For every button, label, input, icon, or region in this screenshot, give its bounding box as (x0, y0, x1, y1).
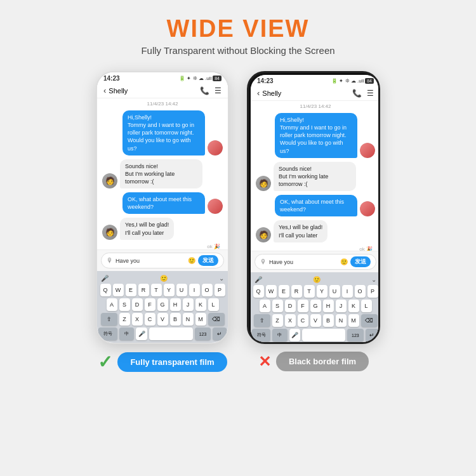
check-mark: ✓ (98, 352, 112, 373)
bubble-r3: OK, what about meet this weekend? (275, 195, 357, 216)
messages-left: Hi,Shelly!Tommy and I want to go in roll… (97, 108, 228, 249)
bubble-2: Sounds nice!But I'm working late tomorro… (120, 159, 202, 188)
kb-row2-left: ASDFGHJKL (98, 298, 227, 311)
label-pill-left: Fully transparent film (117, 352, 227, 372)
kb-row1-right: QWERTYUIOP (252, 285, 379, 298)
date-label-left: 11/4/23 14:42 (97, 98, 228, 108)
phone-left-label-row: ✓ Fully transparent film (98, 352, 227, 373)
message-r1: Hi,Shelly!Tommy and I want to go in roll… (256, 113, 375, 158)
avatar-sent-2 (208, 199, 223, 214)
phone-left: 14:23 🔋 ✦ ❊ ☁ .ull 84 ‹ Shelly 📞 ☰ 11/4/… (96, 71, 229, 344)
phone-left-wrapper: 14:23 🔋 ✦ ❊ ☁ .ull 84 ‹ Shelly 📞 ☰ 11/4/… (96, 71, 229, 373)
ok-label-left: ok 🎉 (102, 244, 223, 249)
kb-row1-left: QWERTYUIOP (98, 284, 227, 296)
contact-name-left: Shelly (109, 87, 128, 95)
menu-icon-right: ☰ (367, 89, 374, 98)
input-text-left: Have you (116, 258, 185, 264)
bubble-3: OK, what about meet this weekend? (122, 192, 205, 214)
messages-right: Hi,Shelly!Tommy and I want to go in roll… (251, 110, 380, 251)
phone-icon-left: 📞 (200, 86, 209, 95)
avatar-recv-2: 🧑 (102, 225, 117, 240)
chat-header-left: ‹ Shelly 📞 ☰ (97, 83, 228, 98)
keyboard-left: 🎤 🙂 ⌄ QWERTYUIOP ASDFGHJKL ⇧ ZXCVBNM ⌫ (97, 271, 228, 343)
avatar-recv-r2: 🧑 (256, 227, 271, 242)
chat-header-right: ‹ Shelly 📞 ☰ (251, 86, 380, 101)
input-area-left: 🎙 Have you 🙂 发送 (97, 249, 228, 271)
avatar-sent-r2 (360, 201, 375, 216)
avatar-sent-r1 (360, 143, 375, 158)
phones-comparison: 14:23 🔋 ✦ ❊ ☁ .ull 84 ‹ Shelly 📞 ☰ 11/4/… (96, 71, 380, 373)
phone-icon-right: 📞 (352, 89, 362, 98)
message-r3: OK, what about meet this weekend? (256, 195, 375, 216)
status-bar-right: 14:23 🔋 ✦ ❊ ☁ .ull 84 (251, 75, 380, 86)
kb-row3-left: ⇧ ZXCVBNM ⌫ (98, 313, 227, 326)
bubble-1: Hi,Shelly!Tommy and I want to go in roll… (122, 110, 205, 155)
phone-right: 14:23 🔋 ✦ ❊ ☁ .ull 84 ‹ Shelly 📞 ☰ 11/4/… (247, 71, 380, 344)
date-label-right: 11/4/23 14:42 (251, 101, 380, 110)
cross-mark: ✕ (258, 353, 271, 371)
message-4: 🧑 Yes,I will be glad!I'll call you later (102, 218, 223, 239)
message-r2: 🧑 Sounds nice!But I'm working late tomor… (256, 162, 375, 191)
kb-row3-right: ⇧ ZXCVBNM ⌫ (252, 314, 379, 327)
page-title: WIDE VIEW (141, 15, 334, 43)
avatar-recv-r1: 🧑 (256, 176, 271, 191)
avatar-recv-1: 🧑 (102, 173, 117, 188)
label-pill-right: Black border film (276, 352, 369, 371)
kb-row4-left: 符号 中 🎤 123 ↵ (98, 327, 227, 340)
contact-name-right: Shelly (262, 89, 281, 97)
message-1: Hi,Shelly!Tommy and I want to go in roll… (102, 110, 223, 155)
page-subtitle: Fully Transparent without Blocking the S… (141, 45, 334, 56)
mic-icon-left: 🎙 (107, 257, 113, 264)
message-2: 🧑 Sounds nice!But I'm working late tomor… (102, 159, 223, 188)
input-area-right: 🎙 Have you 🙂 发送 (251, 251, 380, 272)
phone-right-wrapper: 14:23 🔋 ✦ ❊ ☁ .ull 84 ‹ Shelly 📞 ☰ 11/4/… (247, 71, 380, 371)
bubble-r2: Sounds nice!But I'm working late tomorro… (274, 162, 356, 191)
back-icon: ‹ (103, 86, 106, 95)
emoji-icon-right: 🙂 (340, 258, 348, 265)
avatar-sent-1 (208, 140, 223, 155)
keyboard-right: 🎤 🙂 ⌄ QWERTYUIOP ASDFGHJKL ⇧ ZXCVBNM ⌫ (251, 272, 380, 344)
menu-icon-left: ☰ (215, 86, 221, 95)
mic-icon-right: 🎙 (260, 258, 267, 265)
emoji-icon-left: 🙂 (188, 257, 195, 264)
bubble-r1: Hi,Shelly!Tommy and I want to go in roll… (275, 113, 357, 158)
back-icon-right: ‹ (257, 88, 260, 98)
phone-right-label-row: ✕ Black border film (258, 352, 369, 371)
bubble-4: Yes,I will be glad!I'll call you later (120, 218, 174, 239)
bubble-r4: Yes,I will be glad!I'll call you later (274, 220, 327, 242)
status-bar-left: 14:23 🔋 ✦ ❊ ☁ .ull 84 (97, 72, 228, 83)
message-3: OK, what about meet this weekend? (102, 192, 223, 214)
send-btn-right[interactable]: 发送 (350, 256, 371, 267)
kb-row2-right: ASDFGHJKL (252, 300, 379, 312)
kb-row4-right: 符号 中 🎤 123 ↵ (252, 329, 379, 341)
input-text-right: Have you (269, 259, 338, 265)
send-btn-left[interactable]: 发送 (198, 255, 218, 266)
page-header: WIDE VIEW Fully Transparent without Bloc… (141, 0, 334, 61)
ok-label-right: ok 🎉 (256, 246, 375, 251)
message-r4: 🧑 Yes,I will be glad!I'll call you later (256, 220, 375, 242)
